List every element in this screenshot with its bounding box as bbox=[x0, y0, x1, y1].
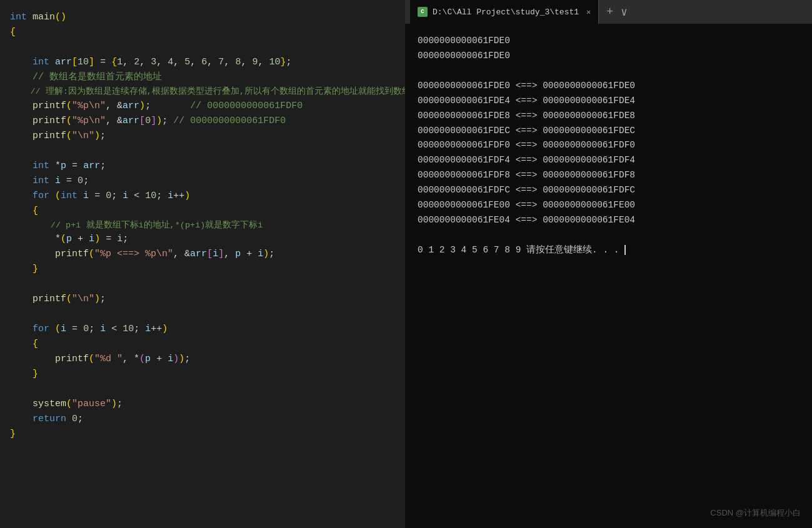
code-line-23: { bbox=[10, 337, 405, 352]
code-line-3 bbox=[10, 40, 405, 55]
code-line-21 bbox=[10, 307, 405, 322]
terminal-output-line-12: 0000000000061FE00 <==> 0000000000061FE00 bbox=[418, 198, 799, 213]
terminal-output-line-2: 0000000000061FDE0 bbox=[418, 49, 799, 64]
terminal-output-line-13: 0000000000061FE04 <==> 0000000000061FE04 bbox=[418, 213, 799, 228]
code-line-19 bbox=[10, 277, 405, 292]
terminal-output-line-9: 0000000000061FDF4 <==> 0000000000061FDF4 bbox=[418, 153, 799, 168]
code-line-26 bbox=[10, 382, 405, 397]
terminal-pane: C D:\C\All Project\study_3\test1 ✕ + ∨ 0… bbox=[405, 0, 812, 528]
code-line-24: printf("%d ", *(p + i)); bbox=[10, 352, 405, 367]
terminal-tab-bar: C D:\C\All Project\study_3\test1 ✕ + ∨ bbox=[405, 0, 812, 24]
terminal-output-line-3 bbox=[418, 64, 799, 79]
code-line-8: printf("%p\n", &arr[0]); // 000000000006… bbox=[10, 114, 405, 129]
code-line-17: printf("%p <==> %p\n", &arr[i], p + i); bbox=[10, 247, 405, 262]
code-line-13: for (int i = 0; i < 10; i++) bbox=[10, 189, 405, 204]
terminal-tab-icon: C bbox=[418, 7, 428, 17]
code-line-29: } bbox=[10, 427, 405, 442]
code-line-14: { bbox=[10, 204, 405, 219]
code-line-27: system("pause"); bbox=[10, 397, 405, 412]
terminal-output-line-10: 0000000000061FDF8 <==> 0000000000061FDF8 bbox=[418, 168, 799, 183]
code-line-11: int *p = arr; bbox=[10, 159, 405, 174]
terminal-tab-controls: + ∨ bbox=[599, 5, 635, 19]
terminal-output-line-4: 0000000000061FDE0 <==> 0000000000061FDE0 bbox=[418, 79, 799, 94]
code-line-5: // 数组名是数组首元素的地址 bbox=[10, 70, 405, 85]
terminal-output-line-1: 0000000000061FDE0 bbox=[418, 34, 799, 49]
terminal-add-icon[interactable]: + bbox=[606, 6, 613, 18]
code-line-25: } bbox=[10, 367, 405, 382]
code-line-12: int i = 0; bbox=[10, 174, 405, 189]
code-line-2: { bbox=[10, 25, 405, 40]
watermark: CSDN @计算机编程小白 bbox=[710, 506, 801, 519]
terminal-tab-label: D:\C\All Project\study_3\test1 bbox=[433, 7, 579, 17]
terminal-dropdown-icon[interactable]: ∨ bbox=[621, 5, 628, 19]
code-editor: int main() { int arr[10] = {1, 2, 3, 4, … bbox=[0, 0, 405, 528]
code-line-18: } bbox=[10, 262, 405, 277]
terminal-output-line-15: 0 1 2 3 4 5 6 7 8 9 请按任意键继续. . . bbox=[418, 243, 799, 258]
terminal-output-line-14 bbox=[418, 228, 799, 243]
code-line-1: int main() bbox=[10, 10, 405, 25]
terminal-output-line-7: 0000000000061FDEC <==> 0000000000061FDEC bbox=[418, 124, 799, 139]
code-line-7: printf("%p\n", &arr); // 0000000000061FD… bbox=[10, 99, 405, 114]
terminal-tab-close[interactable]: ✕ bbox=[586, 7, 591, 17]
terminal-output-line-11: 0000000000061FDFC <==> 0000000000061FDFC bbox=[418, 183, 799, 198]
code-line-10 bbox=[10, 144, 405, 159]
code-line-9: printf("\n"); bbox=[10, 129, 405, 144]
code-line-22: for (i = 0; i < 10; i++) bbox=[10, 322, 405, 337]
terminal-output-line-8: 0000000000061FDF0 <==> 0000000000061FDF0 bbox=[418, 138, 799, 153]
terminal-body: 0000000000061FDE0 0000000000061FDE0 0000… bbox=[405, 24, 812, 528]
code-line-15: // p+i 就是数组下标i的地址,*(p+i)就是数字下标i bbox=[10, 219, 405, 232]
code-line-20: printf("\n"); bbox=[10, 292, 405, 307]
terminal-output-line-6: 0000000000061FDE8 <==> 0000000000061FDE8 bbox=[418, 109, 799, 124]
code-line-4: int arr[10] = {1, 2, 3, 4, 5, 6, 7, 8, 9… bbox=[10, 55, 405, 70]
code-line-28: return 0; bbox=[10, 412, 405, 427]
code-line-16: *(p + i) = i; bbox=[10, 232, 405, 247]
terminal-output-line-5: 0000000000061FDE4 <==> 0000000000061FDE4 bbox=[418, 94, 799, 109]
terminal-tab[interactable]: C D:\C\All Project\study_3\test1 ✕ bbox=[410, 0, 599, 24]
code-line-6: // 理解:因为数组是连续存储,根据数据类型进行叠加,所以有个数组的首元素的地址… bbox=[10, 85, 405, 99]
